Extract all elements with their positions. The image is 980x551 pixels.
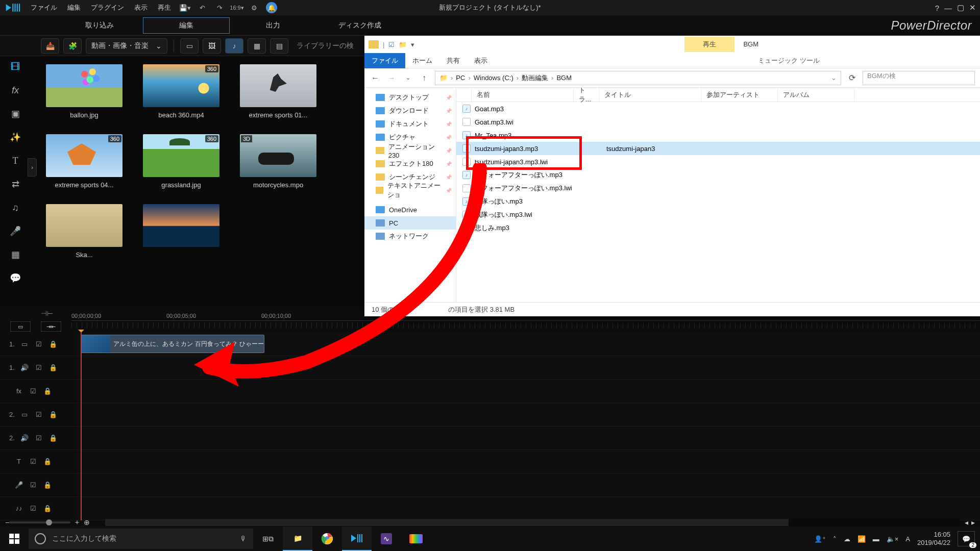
- tray-volume-icon[interactable]: 🔈×: [887, 535, 899, 543]
- media-room-icon[interactable]: 🎞: [8, 60, 23, 73]
- taskbar-app4-icon[interactable]: ∿: [372, 527, 401, 551]
- audio-room-icon[interactable]: ♫: [8, 201, 23, 214]
- ribbon-share[interactable]: 共有: [439, 53, 467, 68]
- zoom-fit-icon[interactable]: ⊕: [84, 518, 90, 527]
- tab-import[interactable]: 取り込み: [56, 17, 143, 34]
- fx-room-icon[interactable]: fx: [8, 84, 23, 97]
- tray-people-icon[interactable]: 👤⁺: [814, 535, 826, 543]
- save-icon[interactable]: 💾▾: [178, 3, 191, 13]
- scroll-left-icon[interactable]: ◂: [965, 518, 968, 527]
- tray-up-icon[interactable]: ˄: [833, 535, 837, 543]
- nav-item[interactable]: ネットワーク: [364, 230, 456, 243]
- minimize-icon[interactable]: —: [944, 4, 952, 12]
- playhead[interactable]: [81, 333, 82, 520]
- timeline-scrollbar[interactable]: [105, 519, 960, 526]
- tab-disc[interactable]: ディスク作成: [316, 17, 403, 34]
- column-headers[interactable]: 名前 トラ... タイトル 参加アーティスト アルバム: [456, 88, 980, 102]
- tray-wifi-icon[interactable]: 📶: [857, 535, 866, 543]
- qat-dropdown-icon[interactable]: ▾: [411, 41, 414, 48]
- redo-icon[interactable]: ↷: [213, 3, 226, 13]
- filter-video-icon[interactable]: ▭: [180, 38, 199, 54]
- nav-up-icon[interactable]: ↑: [419, 72, 430, 84]
- taskbar-app5-icon[interactable]: [401, 527, 431, 551]
- timeline-track[interactable]: 1.▭☑🔒アルミ缶の上に、あるミカン 百円食ってみ？ ひゃーー: [0, 333, 980, 356]
- grid-view-icon[interactable]: ▦: [248, 38, 266, 54]
- chapter-room-icon[interactable]: ▦: [8, 248, 23, 261]
- filter-audio-icon[interactable]: ♪: [225, 38, 243, 54]
- ratio-icon[interactable]: 16:9▾: [230, 3, 243, 13]
- context-tab-play[interactable]: 再生: [684, 37, 734, 52]
- menu-view[interactable]: 表示: [129, 3, 153, 12]
- explorer-search[interactable]: BGMの検: [863, 71, 975, 85]
- taskbar-explorer-icon[interactable]: 📁: [283, 527, 312, 551]
- nav-item[interactable]: エフェクト180📌: [364, 157, 456, 170]
- file-row[interactable]: ♪Goat.mp3: [456, 102, 980, 115]
- timeline-track[interactable]: 🎤☑🔒: [0, 473, 980, 497]
- media-thumb[interactable]: 360grassland.jpg: [143, 134, 219, 189]
- tray-ime-icon[interactable]: A: [905, 535, 910, 543]
- media-thumb[interactable]: 360extreme sports 04...: [46, 134, 122, 189]
- help-icon[interactable]: ?: [935, 4, 939, 12]
- timeline-clip[interactable]: アルミ缶の上に、あるミカン 百円食ってみ？ ひゃーー: [81, 335, 264, 353]
- scroll-right-icon[interactable]: ▸: [971, 518, 975, 527]
- media-thumb[interactable]: ballon.jpg: [46, 64, 122, 119]
- ruler-mode-icon[interactable]: ▭: [10, 321, 31, 332]
- file-row[interactable]: ♪戦隊っぽい.mp3: [456, 195, 980, 208]
- tab-edit[interactable]: 編集: [143, 17, 230, 34]
- media-filter-dropdown[interactable]: 動画・画像・音楽⌄: [86, 38, 167, 54]
- timeline-track[interactable]: T☑🔒: [0, 450, 980, 473]
- plugin-icon[interactable]: 🧩: [63, 38, 82, 54]
- split-tool-icon[interactable]: ⊣⊢: [41, 309, 53, 317]
- file-row[interactable]: ♪ビフォーアフターっぽい.mp3: [456, 168, 980, 182]
- file-row[interactable]: ビフォーアフターっぽい.mp3.lwi: [456, 182, 980, 195]
- particle-room-icon[interactable]: ✨: [8, 131, 23, 144]
- nav-forward-icon[interactable]: →: [386, 72, 397, 84]
- timeline-track[interactable]: 2.▭☑🔒: [0, 403, 980, 427]
- nav-item[interactable]: PC: [364, 216, 456, 230]
- maximize-icon[interactable]: ▢: [957, 3, 964, 12]
- menu-file[interactable]: ファイル: [26, 3, 62, 12]
- import-media-icon[interactable]: 📥: [41, 38, 59, 54]
- breadcrumb[interactable]: 📁› PC› Windows (C:)› 動画編集› BGM ⌄: [435, 71, 841, 85]
- nav-recent-icon[interactable]: ⌄: [402, 72, 413, 84]
- notify-icon[interactable]: 🔔: [265, 3, 278, 13]
- nav-item[interactable]: OneDrive: [364, 203, 456, 216]
- file-row[interactable]: 戦隊っぽい.mp3.lwi: [456, 208, 980, 221]
- nav-item[interactable]: ドキュメント📌: [364, 117, 456, 131]
- timeline-track[interactable]: 2.🔊☑🔒: [0, 427, 980, 450]
- title-room-icon[interactable]: T: [8, 154, 23, 167]
- media-thumb[interactable]: 3Dmotorcycles.mpo: [240, 134, 316, 189]
- nav-item[interactable]: デスクトップ📌: [364, 91, 456, 104]
- expand-rail-icon[interactable]: ›: [28, 158, 37, 177]
- nav-item[interactable]: アニメーション230📌: [364, 144, 456, 157]
- zoom-out-icon[interactable]: −: [5, 518, 9, 527]
- voice-room-icon[interactable]: 🎤: [8, 224, 23, 238]
- filter-image-icon[interactable]: 🖼: [203, 38, 221, 54]
- undo-icon[interactable]: ↶: [195, 3, 209, 13]
- transition-room-icon[interactable]: ⇄: [8, 178, 23, 191]
- ribbon-music-tools[interactable]: ミュージック ツール: [751, 53, 827, 68]
- pip-room-icon[interactable]: ▣: [8, 107, 23, 120]
- media-thumb[interactable]: Ska...: [46, 204, 122, 259]
- menu-edit[interactable]: 編集: [62, 3, 86, 12]
- taskbar-chrome-icon[interactable]: [312, 527, 342, 551]
- file-row[interactable]: Goat.mp3.lwi: [456, 115, 980, 129]
- list-view-icon[interactable]: ▤: [270, 38, 288, 54]
- timeline-track[interactable]: fx☑🔒: [0, 380, 980, 403]
- nav-back-icon[interactable]: ←: [370, 72, 381, 84]
- zoom-slider[interactable]: [9, 521, 70, 523]
- timeline-track[interactable]: 1.🔊☑🔒: [0, 356, 980, 380]
- task-view-icon[interactable]: ⊞⧉: [253, 527, 283, 551]
- media-thumb[interactable]: extreme sports 01...: [240, 64, 316, 119]
- taskbar-powerdirector-icon[interactable]: [342, 527, 372, 551]
- tray-clock[interactable]: 16:05 2019/04/22: [917, 531, 950, 546]
- start-button[interactable]: [0, 527, 29, 551]
- ruler-snap-icon[interactable]: ⇥⇤: [41, 321, 61, 332]
- nav-item[interactable]: ダウンロード📌: [364, 104, 456, 117]
- qat-check-icon[interactable]: ☑: [388, 41, 395, 48]
- tray-battery-icon[interactable]: ▬: [873, 535, 879, 543]
- qat-folder-icon[interactable]: 📁: [399, 41, 407, 48]
- taskbar-search[interactable]: ここに入力して検索 🎙: [29, 529, 253, 549]
- tray-cloud-icon[interactable]: ☁: [844, 535, 850, 543]
- ribbon-file[interactable]: ファイル: [364, 53, 405, 68]
